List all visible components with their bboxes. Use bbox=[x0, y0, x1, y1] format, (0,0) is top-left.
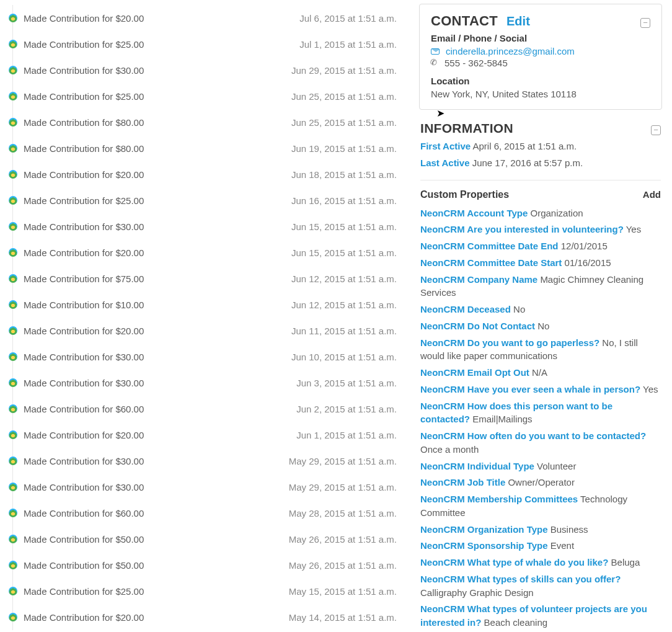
activity-row[interactable]: Made Contribution for $30.00May 29, 2015… bbox=[9, 474, 409, 500]
custom-property-label: NeonCRM Deceased bbox=[420, 304, 511, 314]
custom-property-row: NeonCRM Email Opt Out N/A bbox=[420, 366, 661, 380]
custom-property-label: NeonCRM Committee Date Start bbox=[420, 257, 562, 268]
add-property-button[interactable]: Add bbox=[643, 189, 661, 200]
custom-property-value: Business bbox=[550, 524, 588, 535]
activity-row[interactable]: Made Contribution for $20.00May 14, 2015… bbox=[9, 604, 409, 630]
activity-text: Made Contribution for $30.00 bbox=[24, 482, 289, 492]
custom-property-row: NeonCRM Company Name Magic Chimney Clean… bbox=[420, 273, 661, 300]
custom-property-label: NeonCRM Are you interested in volunteeri… bbox=[420, 224, 624, 234]
activity-row[interactable]: Made Contribution for $80.00Jun 25, 2015… bbox=[9, 109, 409, 135]
custom-property-value: Organization bbox=[531, 208, 583, 218]
activity-date: May 26, 2015 at 1:51 a.m. bbox=[289, 560, 409, 571]
custom-property-row: NeonCRM How often do you want to be cont… bbox=[420, 429, 661, 456]
contribution-icon bbox=[9, 378, 17, 387]
activity-text: Made Contribution for $25.00 bbox=[24, 586, 289, 597]
first-active-value: April 6, 2015 at 1:51 a.m. bbox=[472, 141, 577, 151]
activity-row[interactable]: Made Contribution for $30.00Jun 15, 2015… bbox=[9, 213, 409, 239]
activity-row[interactable]: Made Contribution for $50.00May 26, 2015… bbox=[9, 526, 409, 552]
activity-row[interactable]: Made Contribution for $25.00Jun 25, 2015… bbox=[9, 83, 409, 109]
activity-date: May 29, 2015 at 1:51 a.m. bbox=[289, 482, 409, 492]
contribution-icon bbox=[9, 352, 17, 361]
activity-row[interactable]: Made Contribution for $50.00May 26, 2015… bbox=[9, 552, 409, 578]
activity-row[interactable]: Made Contribution for $20.00Jul 6, 2015 … bbox=[9, 5, 409, 31]
activity-text: Made Contribution for $20.00 bbox=[24, 13, 299, 24]
activity-date: Jun 12, 2015 at 1:51 a.m. bbox=[291, 274, 409, 284]
contact-email[interactable]: cinderella.princezs@gmail.com bbox=[446, 46, 575, 56]
activity-text: Made Contribution for $50.00 bbox=[24, 560, 289, 571]
contribution-icon bbox=[9, 14, 17, 22]
contact-channels-label: Email / Phone / Social bbox=[431, 33, 650, 43]
activity-date: May 26, 2015 at 1:51 a.m. bbox=[289, 534, 409, 545]
activity-date: Jun 15, 2015 at 1:51 a.m. bbox=[291, 221, 409, 232]
custom-property-label: NeonCRM Individual Type bbox=[420, 461, 534, 471]
activity-row[interactable]: Made Contribution for $25.00Jun 16, 2015… bbox=[9, 187, 409, 213]
activity-date: May 15, 2015 at 1:51 a.m. bbox=[289, 586, 409, 597]
activity-text: Made Contribution for $80.00 bbox=[24, 117, 291, 128]
custom-property-label: NeonCRM Sponsorship Type bbox=[420, 540, 548, 551]
custom-property-row: NeonCRM What types of skills can you off… bbox=[420, 572, 661, 600]
activity-row[interactable]: Made Contribution for $30.00Jun 10, 2015… bbox=[9, 344, 409, 370]
custom-property-value: 01/16/2015 bbox=[565, 257, 611, 268]
contribution-icon bbox=[9, 274, 17, 283]
contribution-icon bbox=[9, 326, 17, 335]
activity-date: Jun 16, 2015 at 1:51 a.m. bbox=[291, 195, 409, 206]
activity-row[interactable]: Made Contribution for $20.00Jun 1, 2015 … bbox=[9, 422, 409, 448]
activity-text: Made Contribution for $20.00 bbox=[24, 612, 289, 623]
custom-property-value: Owner/Operator bbox=[508, 477, 575, 487]
activity-row[interactable]: Made Contribution for $60.00May 28, 2015… bbox=[9, 500, 409, 526]
activity-row[interactable]: Made Contribution for $75.00Jun 12, 2015… bbox=[9, 265, 409, 292]
custom-property-value: Email|Mailings bbox=[472, 414, 532, 424]
custom-property-row: NeonCRM Do you want to go paperless? No,… bbox=[420, 336, 661, 363]
activity-text: Made Contribution for $50.00 bbox=[24, 534, 289, 545]
custom-property-label: NeonCRM How often do you want to be cont… bbox=[420, 430, 646, 441]
custom-property-row: NeonCRM What type of whale do you like? … bbox=[420, 556, 661, 569]
activity-text: Made Contribution for $20.00 bbox=[24, 430, 296, 440]
activity-row[interactable]: Made Contribution for $60.00Jun 2, 2015 … bbox=[9, 396, 409, 422]
activity-row[interactable]: Made Contribution for $25.00May 15, 2015… bbox=[9, 578, 409, 604]
activity-row[interactable]: Made Contribution for $80.00Jun 19, 2015… bbox=[9, 135, 409, 161]
custom-property-value: Once a month bbox=[420, 444, 479, 455]
activity-row[interactable]: Made Contribution for $20.00Jun 15, 2015… bbox=[9, 239, 409, 265]
contribution-icon bbox=[9, 170, 17, 179]
custom-property-label: NeonCRM Have you ever seen a whale in pe… bbox=[420, 384, 640, 394]
activity-text: Made Contribution for $80.00 bbox=[24, 143, 291, 154]
contribution-icon bbox=[9, 118, 17, 127]
activity-text: Made Contribution for $30.00 bbox=[24, 65, 291, 76]
activity-text: Made Contribution for $25.00 bbox=[24, 91, 291, 102]
activity-date: Jul 6, 2015 at 1:51 a.m. bbox=[299, 13, 409, 24]
collapse-contact-button[interactable]: − bbox=[640, 18, 650, 28]
custom-property-value: Beach cleaning bbox=[484, 617, 548, 628]
activity-row[interactable]: Made Contribution for $20.00Jun 18, 2015… bbox=[9, 161, 409, 187]
activity-text: Made Contribution for $25.00 bbox=[24, 195, 291, 206]
activity-row[interactable]: Made Contribution for $10.00Jun 12, 2015… bbox=[9, 292, 409, 318]
custom-property-row: NeonCRM Are you interested in volunteeri… bbox=[420, 223, 661, 236]
contribution-icon bbox=[9, 483, 17, 491]
activity-row[interactable]: Made Contribution for $20.00Jun 11, 2015… bbox=[9, 318, 409, 344]
contribution-icon bbox=[9, 430, 17, 439]
edit-contact-link[interactable]: Edit bbox=[506, 14, 530, 29]
activity-text: Made Contribution for $30.00 bbox=[24, 221, 291, 232]
last-active-value: June 17, 2016 at 5:57 p.m. bbox=[472, 158, 583, 168]
activity-row[interactable]: Made Contribution for $25.00Jul 1, 2015 … bbox=[9, 31, 409, 57]
contribution-icon bbox=[9, 66, 17, 74]
contribution-icon bbox=[9, 587, 17, 595]
contact-location: New York, NY, United States 10118 bbox=[431, 89, 650, 99]
activity-row[interactable]: Made Contribution for $30.00May 29, 2015… bbox=[9, 448, 409, 474]
custom-property-label: NeonCRM Do Not Contact bbox=[420, 321, 535, 331]
custom-property-value: No bbox=[513, 304, 525, 314]
activity-text: Made Contribution for $10.00 bbox=[24, 300, 291, 310]
contribution-icon bbox=[9, 456, 17, 465]
activity-date: Jun 15, 2015 at 1:51 a.m. bbox=[291, 247, 409, 258]
custom-property-label: NeonCRM Organization Type bbox=[420, 524, 548, 535]
activity-row[interactable]: Made Contribution for $30.00Jun 29, 2015… bbox=[9, 57, 409, 83]
contact-title: CONTACT bbox=[431, 13, 498, 29]
contribution-icon bbox=[9, 40, 17, 48]
activity-text: Made Contribution for $20.00 bbox=[24, 247, 291, 258]
email-icon bbox=[431, 48, 440, 55]
custom-property-value: Yes bbox=[626, 224, 641, 234]
collapse-information-button[interactable]: − bbox=[651, 125, 661, 135]
activity-row[interactable]: Made Contribution for $30.00Jun 3, 2015 … bbox=[9, 370, 409, 396]
custom-property-value: No bbox=[537, 321, 549, 331]
custom-property-row: NeonCRM Individual Type Volunteer bbox=[420, 460, 661, 473]
contribution-icon bbox=[9, 196, 17, 205]
